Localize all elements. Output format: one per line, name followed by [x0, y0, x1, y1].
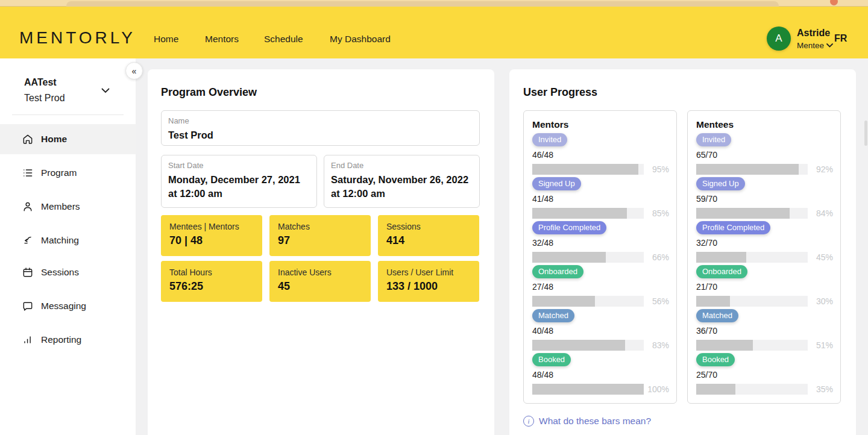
stage-count: 27/48 [532, 282, 669, 292]
progress-bar-fill [532, 208, 627, 219]
stage-percent: 45% [816, 252, 833, 262]
progress-stage-matched: Matched 40/48 83% [532, 309, 669, 353]
user-name: Astride [797, 28, 830, 39]
stat-label: Mentees | Mentors [169, 222, 254, 231]
mentors-progress-group: Mentors Invited 46/48 95% Signed Up 41/4… [523, 110, 677, 404]
nav-link-my-dashboard[interactable]: My Dashboard [330, 34, 391, 45]
start-date-field: Start Date Monday, December 27, 2021 at … [161, 155, 317, 208]
sidebar-item-label: Sessions [41, 267, 79, 278]
stage-count: 36/70 [696, 326, 833, 336]
vertical-scrollbar-thumb[interactable] [864, 120, 867, 146]
info-icon: i [523, 416, 534, 427]
sidebar-item-messaging[interactable]: Messaging [0, 291, 136, 321]
bars-help-link[interactable]: i What do these bars mean? [523, 416, 651, 427]
stage-count: 40/48 [532, 326, 669, 336]
progress-bar-fill [696, 208, 790, 219]
progress-bar-track [532, 252, 644, 263]
top-navbar: MENTORLY Home Mentors Schedule My Dashbo… [0, 7, 868, 58]
reporting-bars-icon [22, 334, 34, 346]
field-value: Saturday, November 26, 2022 at 12:00 am [331, 173, 473, 201]
stage-badge: Booked [532, 353, 571, 366]
stage-count: 32/48 [532, 238, 669, 248]
sidebar-item-label: Matching [41, 235, 79, 246]
role-label: Mentee [797, 41, 824, 50]
progress-bar-track [696, 340, 808, 351]
stage-badge: Profile Completed [532, 221, 606, 234]
sidebar-item-label: Members [41, 201, 80, 212]
help-link-label: What do these bars mean? [539, 416, 651, 427]
program-name-field: Name Test Prod [161, 110, 480, 146]
nav-link-mentors[interactable]: Mentors [205, 34, 239, 45]
stage-badge: Profile Completed [696, 221, 770, 234]
program-overview-card: Program Overview Name Test Prod Start Da… [148, 69, 494, 435]
nav-link-home[interactable]: Home [154, 34, 178, 45]
stat-total-hours: Total Hours 576:25 [161, 261, 262, 302]
program-list-icon [22, 167, 34, 179]
stage-badge: Signed Up [532, 177, 581, 190]
stage-count: 41/48 [532, 194, 669, 204]
language-toggle[interactable]: FR [834, 33, 847, 44]
stat-value: 576:25 [169, 280, 254, 293]
sidebar-item-label: Reporting [41, 334, 81, 345]
stage-count: 59/70 [696, 194, 833, 204]
sidebar-item-program[interactable]: Program [0, 158, 136, 188]
progress-bar-track [696, 208, 808, 219]
stage-count: 32/70 [696, 238, 833, 248]
progress-bar-fill [696, 296, 730, 307]
progress-bar-fill [532, 384, 644, 395]
sidebar-item-home[interactable]: Home [0, 124, 136, 154]
messaging-chat-icon [22, 300, 34, 312]
sidebar-item-sessions[interactable]: Sessions [0, 257, 136, 287]
stage-count: 48/48 [532, 370, 669, 380]
chevron-down-icon [826, 43, 833, 48]
group-title: Mentees [696, 119, 734, 130]
browser-tab-band [66, 1, 779, 7]
stat-value: 45 [278, 280, 362, 293]
home-icon [22, 133, 34, 145]
program-selector[interactable]: AATest Test Prod [0, 74, 136, 112]
progress-bar-fill [532, 296, 595, 307]
progress-stage-booked: Booked 25/70 35% [696, 353, 833, 397]
stat-sessions: Sessions 414 [378, 215, 479, 256]
role-dropdown[interactable]: Mentee [797, 41, 833, 50]
progress-bar-track [532, 164, 644, 175]
stage-percent: 95% [652, 164, 669, 174]
sidebar-item-members[interactable]: Members [0, 192, 136, 222]
user-progress-title: User Progress [523, 86, 597, 99]
stage-percent: 84% [816, 208, 833, 218]
sidebar-collapse-button[interactable]: « [125, 62, 143, 80]
stage-percent: 83% [652, 340, 669, 350]
field-value: Monday, December 27, 2021 at 12:00 am [168, 173, 310, 201]
stage-percent: 51% [816, 340, 833, 350]
group-title: Mentors [532, 119, 568, 130]
avatar[interactable]: A [767, 27, 791, 51]
browser-favicon [830, 0, 838, 5]
progress-bar-fill [696, 252, 746, 263]
sidebar-item-reporting[interactable]: Reporting [0, 325, 136, 355]
stat-value: 133 / 1000 [386, 280, 471, 293]
browser-top-strip [0, 0, 868, 7]
stage-badge: Booked [696, 353, 735, 366]
stat-label: Total Hours [169, 268, 254, 277]
mentorly-logo[interactable]: MENTORLY [19, 28, 136, 48]
user-progress-card: User Progress Mentors Invited 46/48 95% … [509, 69, 856, 435]
stage-badge: Signed Up [696, 177, 745, 190]
progress-stage-profile-completed: Profile Completed 32/70 45% [696, 221, 833, 265]
progress-bar-fill [532, 164, 638, 175]
progress-stage-onboarded: Onboarded 27/48 56% [532, 265, 669, 309]
stat-value: 70 | 48 [169, 234, 254, 247]
stage-percent: 66% [652, 252, 669, 262]
sidebar-item-label: Program [41, 167, 77, 178]
progress-bar-track [532, 384, 644, 395]
nav-link-schedule[interactable]: Schedule [264, 34, 303, 45]
stat-label: Matches [278, 222, 362, 231]
stage-badge: Onboarded [696, 265, 747, 278]
progress-bar-fill [696, 340, 753, 351]
stat-user-limit: Users / User Limit 133 / 1000 [378, 261, 479, 302]
stage-count: 25/70 [696, 370, 833, 380]
progress-bar-track [696, 164, 808, 175]
sessions-calendar-icon [22, 266, 34, 278]
sidebar-item-matching[interactable]: Matching [0, 225, 136, 255]
stat-label: Users / User Limit [386, 268, 471, 277]
progress-bar-track [532, 296, 644, 307]
